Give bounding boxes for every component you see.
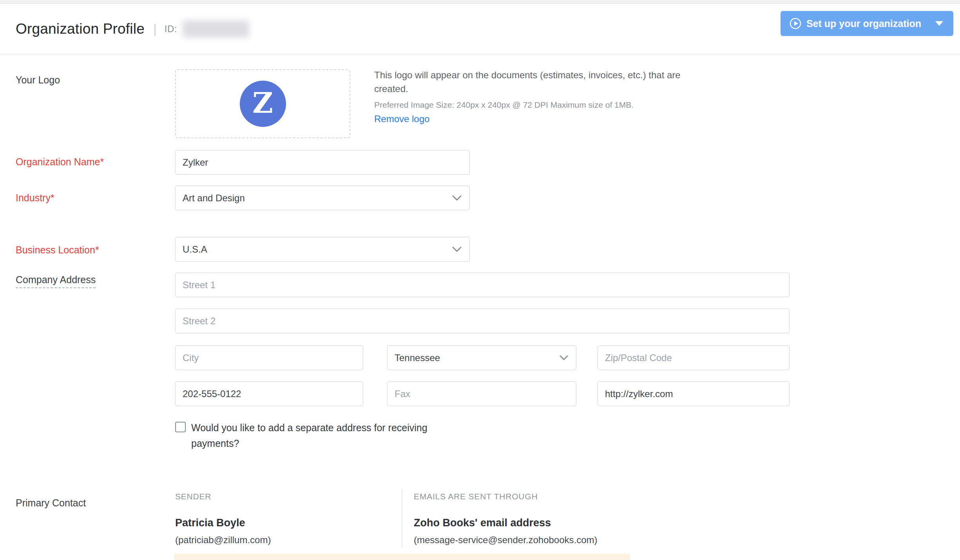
logo-letter: Z xyxy=(252,89,273,117)
street1-input[interactable] xyxy=(175,273,790,297)
contact-columns-divider xyxy=(402,490,402,547)
state-select[interactable]: Tennessee xyxy=(387,345,576,370)
primary-contact-label: Primary Contact xyxy=(16,497,86,509)
separate-address-row: Would you like to add a separate address… xyxy=(175,420,465,451)
logo-description-block: This logo will appear on the documents (… xyxy=(374,68,688,125)
sender-header: SENDER xyxy=(175,492,271,501)
organization-profile-page: Organization Profile | ID: Set up your o… xyxy=(0,0,960,560)
company-address-label-text: Company Address xyxy=(16,274,96,288)
your-logo-label: Your Logo xyxy=(16,74,60,86)
org-id-label: ID: xyxy=(165,23,177,34)
caret-down-icon xyxy=(935,21,943,26)
sender-name: Patricia Boyle xyxy=(175,517,271,529)
emails-sent-through-email: (message-service@sender.zohobooks.com) xyxy=(414,535,598,546)
street2-input[interactable] xyxy=(175,309,790,333)
business-location-label: Business Location* xyxy=(16,244,99,256)
business-location-select[interactable]: U.S.A xyxy=(175,237,470,262)
fax-input[interactable] xyxy=(387,381,576,406)
notice-banner-top-edge xyxy=(174,554,630,560)
emails-sent-through-header: EMAILS ARE SENT THROUGH xyxy=(414,492,598,501)
company-address-label: Company Address xyxy=(16,274,96,285)
industry-select[interactable]: Art and Design xyxy=(175,186,470,210)
top-strip xyxy=(0,0,960,4)
organization-logo: Z xyxy=(240,81,286,127)
sender-email: (patriciab@zillum.com) xyxy=(175,535,271,546)
emails-sent-through-column: EMAILS ARE SENT THROUGH Zoho Books' emai… xyxy=(414,492,598,546)
logo-description-text: This logo will appear on the documents (… xyxy=(374,68,688,96)
setup-organization-button-label: Set up your organization xyxy=(806,18,921,29)
separate-address-checkbox[interactable] xyxy=(175,422,186,432)
logo-size-note: Preferred Image Size: 240px x 240px @ 72… xyxy=(374,100,688,110)
chevron-down-icon xyxy=(452,246,462,252)
organization-name-label: Organization Name* xyxy=(16,156,104,168)
chevron-down-icon xyxy=(560,355,568,361)
business-location-selected-value: U.S.A xyxy=(183,244,207,255)
separate-address-checkbox-label: Would you like to add a separate address… xyxy=(191,420,465,451)
title-divider: | xyxy=(153,21,157,36)
website-input[interactable] xyxy=(598,381,790,406)
play-icon xyxy=(789,17,802,30)
logo-upload-dropzone[interactable]: Z xyxy=(175,69,350,138)
page-title: Organization Profile xyxy=(16,21,145,37)
page-header: Organization Profile | ID: Set up your o… xyxy=(0,4,960,54)
industry-selected-value: Art and Design xyxy=(183,193,245,204)
organization-name-input[interactable] xyxy=(175,150,470,175)
phone-input[interactable] xyxy=(175,381,363,406)
zip-input[interactable] xyxy=(598,345,790,370)
sender-column: SENDER Patricia Boyle (patriciab@zillum.… xyxy=(175,492,271,546)
chevron-down-icon xyxy=(452,195,462,201)
remove-logo-link[interactable]: Remove logo xyxy=(374,114,429,125)
setup-organization-button[interactable]: Set up your organization xyxy=(781,11,953,36)
city-input[interactable] xyxy=(175,345,363,370)
industry-label: Industry* xyxy=(16,192,54,204)
org-id-redacted-value xyxy=(183,20,249,38)
emails-sent-through-name: Zoho Books' email address xyxy=(414,517,598,529)
state-selected-value: Tennessee xyxy=(395,352,440,363)
